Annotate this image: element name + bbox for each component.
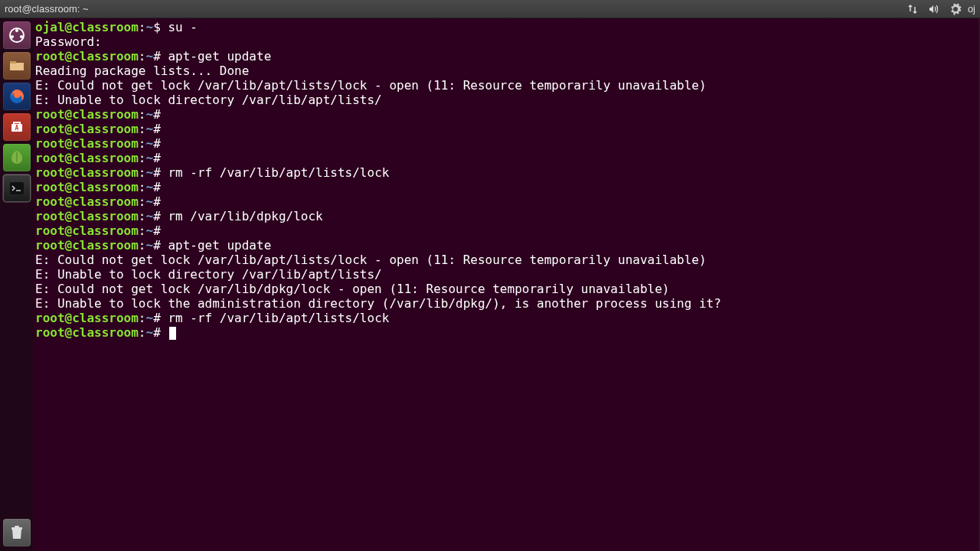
prompt-symbol: # [153, 122, 168, 136]
prompt-user: root@classroom [35, 325, 139, 340]
prompt-command: su - [168, 20, 198, 34]
top-panel: root@classroom: ~ oj [0, 0, 980, 18]
terminal-prompt-line: root@classroom:~# [35, 325, 977, 340]
prompt-path: ~ [146, 325, 154, 340]
svg-rect-9 [11, 527, 22, 530]
prompt-symbol: # [153, 311, 168, 325]
terminal-prompt-line: root@classroom:~# [35, 136, 977, 151]
prompt-command: apt-get update [168, 238, 271, 253]
svg-rect-8 [10, 182, 24, 194]
prompt-symbol: $ [153, 20, 168, 34]
terminal-prompt-line: root@classroom:~# rm -rf /var/lib/apt/li… [35, 165, 977, 180]
prompt-user: root@classroom [35, 223, 139, 238]
prompt-path: ~ [146, 107, 154, 122]
terminal-output-line: E: Unable to lock directory /var/lib/apt… [35, 267, 977, 282]
terminal-cursor [169, 327, 176, 340]
network-indicator-icon[interactable] [902, 0, 923, 18]
prompt-user: root@classroom [35, 107, 139, 122]
terminal-prompt-line: root@classroom:~# [35, 180, 977, 194]
terminal-prompt-line: root@classroom:~# apt-get update [35, 49, 977, 64]
prompt-symbol: # [153, 151, 168, 165]
svg-point-1 [15, 29, 18, 32]
terminal-prompt-line: root@classroom:~# apt-get update [35, 238, 977, 253]
svg-point-2 [11, 35, 14, 38]
prompt-path: ~ [146, 136, 154, 151]
terminal-output-line: E: Unable to lock directory /var/lib/apt… [35, 93, 977, 107]
launcher-midori-icon[interactable] [3, 144, 31, 171]
prompt-symbol: # [153, 49, 168, 64]
terminal-output-line: E: Could not get lock /var/lib/apt/lists… [35, 253, 977, 267]
terminal-output-line: Password: [35, 34, 977, 49]
launcher-terminal-icon[interactable] [3, 174, 31, 202]
terminal-prompt-line: root@classroom:~# rm -rf /var/lib/apt/li… [35, 311, 977, 325]
prompt-symbol: # [153, 194, 168, 209]
prompt-symbol: # [153, 136, 168, 151]
launcher-trash-icon[interactable] [3, 519, 31, 546]
terminal-prompt-line: root@classroom:~# [35, 194, 977, 209]
prompt-command: rm -rf /var/lib/apt/lists/lock [168, 311, 389, 325]
prompt-path: ~ [146, 151, 154, 165]
prompt-path: ~ [146, 165, 154, 180]
terminal-output-line: E: Could not get lock /var/lib/dpkg/lock… [35, 282, 977, 296]
terminal-prompt-line: ojal@classroom:~$ su - [35, 20, 977, 34]
prompt-user: root@classroom [35, 151, 139, 165]
prompt-path: ~ [146, 238, 154, 253]
terminal-pane[interactable]: ojal@classroom:~$ su -Password:root@clas… [34, 18, 978, 549]
prompt-user: root@classroom [35, 180, 139, 194]
svg-rect-10 [15, 526, 19, 527]
prompt-path: ~ [146, 49, 154, 64]
terminal-prompt-line: root@classroom:~# rm /var/lib/dpkg/lock [35, 209, 977, 223]
launcher-dash-icon[interactable] [3, 21, 31, 49]
prompt-command: apt-get update [168, 49, 271, 64]
prompt-user: root@classroom [35, 165, 139, 180]
launcher-software-icon[interactable]: A [3, 113, 31, 141]
prompt-path: ~ [146, 223, 154, 238]
terminal-output-line: Reading package lists... Done [35, 64, 977, 78]
prompt-symbol: # [153, 180, 168, 194]
prompt-path: ~ [146, 209, 154, 223]
prompt-symbol: # [153, 209, 168, 223]
prompt-user: root@classroom [35, 194, 139, 209]
prompt-path: ~ [146, 122, 154, 136]
prompt-user: root@classroom [35, 238, 139, 253]
prompt-symbol: # [153, 238, 168, 253]
volume-indicator-icon[interactable] [923, 0, 945, 18]
svg-text:A: A [15, 125, 19, 132]
prompt-path: ~ [146, 180, 154, 194]
terminal-prompt-line: root@classroom:~# [35, 107, 977, 122]
prompt-user: ojal@classroom [35, 20, 139, 34]
svg-point-3 [20, 35, 23, 38]
system-gear-icon[interactable] [945, 0, 966, 18]
prompt-user: root@classroom [35, 122, 139, 136]
prompt-user: root@classroom [35, 49, 139, 64]
prompt-symbol: # [153, 223, 168, 238]
launcher-files-icon[interactable] [3, 52, 31, 80]
terminal-output-line: E: Could not get lock /var/lib/apt/lists… [35, 78, 977, 93]
prompt-user: root@classroom [35, 311, 139, 325]
prompt-symbol: # [153, 165, 168, 180]
prompt-symbol: # [153, 325, 168, 340]
terminal-prompt-line: root@classroom:~# [35, 151, 977, 165]
prompt-command: rm -rf /var/lib/apt/lists/lock [168, 165, 389, 180]
prompt-path: ~ [146, 311, 154, 325]
prompt-command: rm /var/lib/dpkg/lock [168, 209, 322, 223]
prompt-symbol: # [153, 107, 168, 122]
prompt-user: root@classroom [35, 136, 139, 151]
terminal-prompt-line: root@classroom:~# [35, 122, 977, 136]
window-title: root@classroom: ~ [5, 3, 89, 15]
launcher-firefox-icon[interactable] [3, 83, 31, 110]
svg-rect-4 [10, 61, 16, 64]
session-user-label[interactable]: oj [966, 3, 975, 15]
terminal-output-line: E: Unable to lock the administration dir… [35, 296, 977, 311]
prompt-user: root@classroom [35, 209, 139, 223]
prompt-path: ~ [146, 20, 154, 34]
terminal-prompt-line: root@classroom:~# [35, 223, 977, 238]
unity-launcher: A [0, 18, 34, 551]
prompt-path: ~ [146, 194, 154, 209]
